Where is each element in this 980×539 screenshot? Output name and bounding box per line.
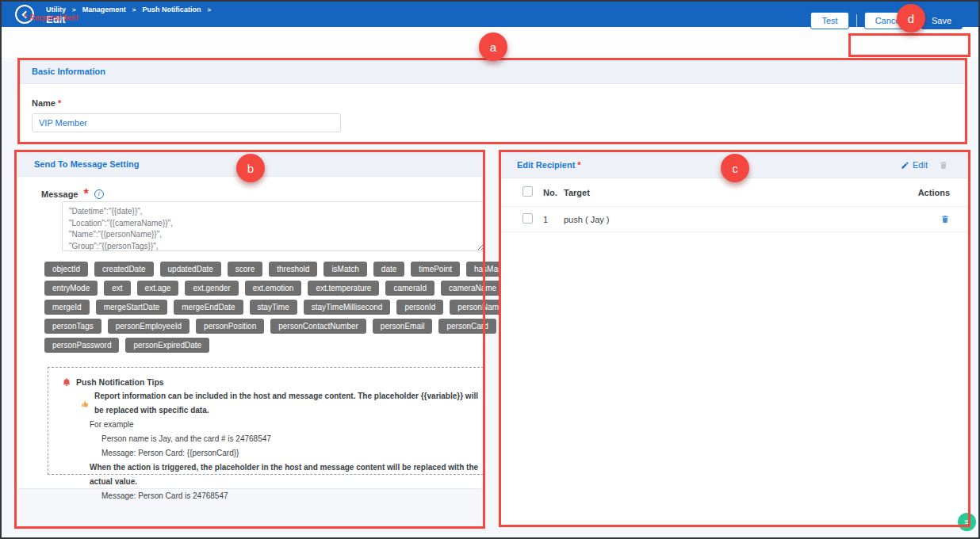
required-asterisk: * — [83, 187, 88, 201]
basic-information-title: Basic Information — [32, 67, 105, 76]
variable-chip[interactable]: ext — [104, 281, 130, 296]
menu-lines-icon: ≡ — [965, 518, 970, 526]
required-asterisk: * — [577, 160, 580, 170]
message-label-row: Message * i — [41, 187, 104, 201]
breadcrumb-separator: > — [207, 6, 211, 13]
tips-point-1: Report information can be included in th… — [48, 389, 483, 418]
variable-chip[interactable]: personCard — [438, 319, 496, 334]
variable-chip[interactable]: personEmployeeId — [108, 319, 189, 334]
variable-chip[interactable]: cameraId — [385, 281, 434, 296]
tips-title: Push Notification Tips — [76, 375, 164, 389]
recipient-table-header: No. Target Actions — [500, 178, 969, 207]
tips-example-1: Person name is Jay, and the card # is 24… — [48, 432, 483, 446]
variable-chip[interactable]: date — [373, 262, 404, 277]
message-setting-section: Send To Message Setting Message * i "Dat… — [17, 152, 484, 489]
recipient-header-actions: Edit — [901, 160, 948, 170]
cancel-button[interactable]: Cancel — [864, 12, 913, 29]
variable-chip[interactable]: personPassword — [44, 338, 119, 353]
delete-recipients-button[interactable] — [939, 160, 948, 170]
variable-chip[interactable]: personTags — [44, 319, 101, 334]
select-all-checkbox[interactable] — [523, 186, 533, 197]
trash-icon — [940, 214, 950, 224]
name-field-group: Name* — [32, 95, 341, 132]
variable-chip[interactable]: personExpiredDate — [125, 338, 209, 353]
variable-chip[interactable]: personEmail — [373, 319, 433, 334]
message-setting-header: Send To Message Setting — [17, 152, 484, 177]
variable-chip[interactable]: isMatch — [323, 262, 366, 277]
edit-recipient-header: Edit Recipient* Edit — [500, 152, 969, 178]
message-textarea[interactable]: "Datetime":"{{date}}", "Location":"{{cam… — [62, 201, 485, 251]
name-input[interactable] — [32, 113, 341, 132]
column-no: No. — [543, 188, 564, 197]
row-target: push ( Jay ) — [564, 215, 902, 224]
chip-row: mergeId mergeStartDate mergeEndDate stay… — [44, 300, 479, 315]
variable-chip[interactable]: stayTime — [250, 300, 297, 315]
variable-chip[interactable]: updatedDate — [160, 262, 221, 277]
message-label: Message — [41, 189, 78, 199]
breadcrumb: Utility > Management > Push Notification… — [46, 6, 211, 13]
basic-information-header: Basic Information — [19, 59, 966, 84]
save-button[interactable]: Save — [921, 12, 963, 29]
push-notification-tips-box: Push Notification Tips Report informatio… — [48, 367, 484, 475]
variable-chip-list: objectId createdDate updatedDate score t… — [44, 262, 479, 357]
tips-title-row: Push Notification Tips — [48, 375, 483, 389]
message-setting-title: Send To Message Setting — [34, 159, 139, 169]
trash-icon — [939, 160, 948, 170]
delete-row-button[interactable] — [940, 214, 950, 224]
breadcrumb-item-push-notification[interactable]: Push Notification — [142, 6, 201, 13]
button-divider — [856, 14, 857, 27]
basic-information-section: Basic Information Name* — [19, 59, 966, 143]
variable-chip[interactable]: objectId — [44, 262, 88, 277]
variable-chip[interactable]: ext.gender — [185, 281, 238, 296]
chip-row: personPassword personExpiredDate — [44, 338, 479, 353]
variable-chip[interactable]: mergeStartDate — [96, 300, 168, 315]
variable-chip[interactable]: personId — [396, 300, 443, 315]
tips-for-example: For example — [48, 418, 483, 432]
variable-chip[interactable]: ext.age — [137, 281, 179, 296]
breadcrumb-separator: > — [132, 6, 136, 13]
tips-point-2: When the action is triggered, the placeh… — [48, 461, 483, 489]
toolbar-actions: Test Cancel Save — [810, 12, 963, 29]
info-icon[interactable]: i — [94, 189, 104, 199]
name-label: Name* — [32, 98, 61, 108]
required-asterisk: * — [58, 98, 61, 108]
push-notification-edit-screen: Utility > Management > Push Notification… — [0, 0, 980, 539]
test-button[interactable]: Test — [810, 12, 848, 29]
column-target: Target — [564, 188, 902, 197]
pencil-icon — [901, 161, 909, 170]
variable-chip[interactable]: mergeId — [44, 300, 90, 315]
variable-chip[interactable]: personContactNumber — [270, 319, 366, 334]
chip-row: objectId createdDate updatedDate score t… — [44, 262, 479, 277]
variable-chip[interactable]: score — [228, 262, 262, 277]
chip-row: entryMode ext ext.age ext.gender ext.emo… — [44, 281, 479, 296]
tips-example-3: Message: Person Card is 24768547 — [48, 489, 483, 503]
variable-chip[interactable]: timePoint — [411, 262, 460, 277]
floating-widget-button[interactable]: ≡ — [958, 513, 976, 531]
variable-chip[interactable]: ext.temperature — [308, 281, 379, 296]
variable-chip[interactable]: cameraName — [441, 281, 504, 296]
row-number: 1 — [543, 215, 564, 224]
edit-recipient-title: Edit Recipient* — [517, 160, 581, 170]
variable-chip[interactable]: mergeEndDate — [174, 300, 243, 315]
pointing-hand-icon — [81, 399, 90, 408]
variable-chip[interactable]: entryMode — [44, 281, 98, 296]
column-actions: Actions — [902, 188, 950, 197]
breadcrumb-separator: > — [72, 6, 76, 13]
tips-point-1-text: Report information can be included in th… — [94, 389, 483, 418]
edit-recipient-button[interactable]: Edit — [901, 160, 928, 170]
edit-recipient-section: Edit Recipient* Edit No. Target Actions … — [500, 152, 969, 527]
variable-chip[interactable]: stayTimeMillisecond — [304, 300, 391, 315]
variable-chip[interactable]: ext.emotion — [245, 281, 302, 296]
breadcrumb-item-management[interactable]: Management — [82, 6, 126, 13]
row-checkbox[interactable] — [523, 213, 533, 224]
edit-recipient-label: Edit — [913, 160, 928, 170]
recipient-table-row: 1 push ( Jay ) — [500, 207, 969, 232]
bell-icon — [62, 377, 71, 388]
breadcrumb-item-utility[interactable]: Utility — [46, 6, 66, 13]
variable-chip[interactable]: threshold — [269, 262, 317, 277]
variable-chip[interactable]: createdDate — [94, 262, 153, 277]
toolbar — [2, 27, 978, 58]
tips-example-2: Message: Person Card: {{personCard}} — [48, 446, 483, 461]
variable-chip[interactable]: personPosition — [196, 319, 264, 334]
required-field-note: * Required field — [24, 13, 78, 22]
